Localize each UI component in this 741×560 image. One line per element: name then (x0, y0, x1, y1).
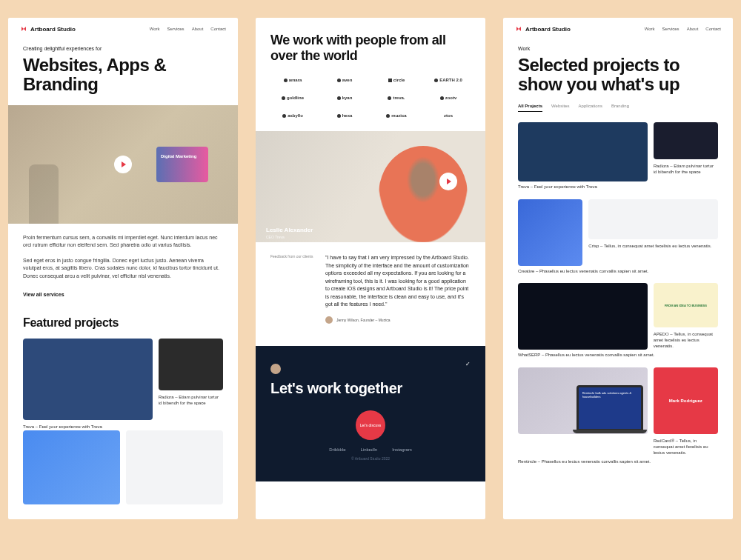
footer-link-instagram[interactable]: Instagram (392, 447, 412, 452)
clients-grid: amara aven circle EARTH 2.0 goldline kya… (256, 75, 485, 131)
nav-services[interactable]: Services (167, 27, 185, 31)
project-tile-radiora[interactable] (654, 122, 718, 159)
project-caption: RedCard® – Tellus, in consequat amet fec… (654, 439, 718, 456)
intro-copy: Proin fermentum cursus sem, a convallis … (8, 234, 238, 288)
client-logo: ztos (426, 113, 471, 118)
tab-websites[interactable]: Websites (551, 104, 570, 112)
tab-branding[interactable]: Branding (611, 104, 629, 112)
logo[interactable]: Artboard Studio (515, 25, 571, 33)
nav-about[interactable]: About (687, 27, 699, 31)
client-logo: zootv (426, 96, 471, 100)
project-tile-treva[interactable] (23, 339, 153, 420)
play-button[interactable] (114, 156, 132, 173)
logo-icon (20, 25, 27, 33)
project-tile-apedo[interactable]: FROM AN IDEA TO BUSINESS (654, 283, 718, 327)
cta-title: Let's work together (270, 380, 471, 397)
column-about: We work with people from all over the wo… (256, 18, 485, 519)
work-grid: Radiora – Etiam pulvinar tortor id biben… (503, 122, 733, 489)
client-logo: EARTH 2.0 (426, 78, 471, 82)
clients-title: We work with people from all over the wo… (256, 18, 485, 75)
hero-kicker: Creating delightful experiences for (23, 46, 223, 51)
hero-image: Digital Marketing (8, 105, 238, 224)
column-work: Artboard Studio Work Services About Cont… (503, 18, 733, 519)
tab-applications[interactable]: Applications (579, 104, 602, 112)
project-tile-treva[interactable] (518, 122, 648, 181)
work-kicker: Work (518, 46, 718, 51)
cta-section: ✓ Let's work together Let's discuss Drib… (256, 346, 485, 481)
project-caption: Crisp – Tellus, in consequat amet feceli… (588, 244, 718, 250)
project-caption: Creative – Phasellus eu lectus venenatis… (518, 269, 718, 275)
nav-work[interactable]: Work (150, 27, 160, 31)
project-caption: Radiora – Etiam pulvinar tortor id biben… (159, 395, 223, 407)
filter-tabs: All Projects Websites Applications Brand… (503, 104, 733, 112)
project-tile-creative[interactable] (23, 430, 120, 504)
project-tile-redcard[interactable]: Mark Rodriguez (654, 367, 718, 434)
quote-meta: Feedback from our clients (270, 254, 315, 324)
nav-about[interactable]: About (192, 27, 204, 31)
project-caption: WhatSERP – Phasellus eu lectus venenatis… (518, 353, 718, 359)
project-caption: APEDO – Tellus, in consequat amet feceli… (654, 332, 718, 349)
laptop-icon: Rentincle bulk ads solutions agents & ho… (576, 385, 643, 431)
laptop-text: Rentincle bulk ads solutions agents & ho… (579, 387, 641, 404)
hero-slide: Digital Marketing (156, 147, 208, 182)
testimonial-role: CEO Treva (266, 235, 285, 239)
quote-author: Jenny Wilson, Founder – Muzica (325, 316, 471, 324)
testimonial-person-photo (379, 146, 468, 242)
nav-services[interactable]: Services (662, 27, 679, 31)
view-all-services-link[interactable]: View all services (8, 292, 238, 297)
logo-icon (515, 25, 522, 33)
project-caption: Treva – Feel your experience with Treva (23, 424, 153, 430)
featured-grid-2 (8, 430, 238, 519)
nav-work[interactable]: Work (645, 27, 655, 31)
footer-links: Dribbble LinkedIn Instagram (270, 447, 471, 452)
hero-slide-label: Digital Marketing (156, 147, 208, 166)
client-logo: goldline (270, 96, 315, 100)
client-logo: treva. (374, 96, 419, 100)
featured-title: Featured projects (8, 316, 238, 330)
hero-title: Websites, Apps & Branding (23, 56, 223, 95)
project-tile-crisp[interactable] (588, 199, 718, 239)
project-tile-radiora[interactable] (159, 339, 223, 390)
footer-link-linkedin[interactable]: LinkedIn (360, 447, 377, 452)
main-nav: Work Services About Contact (645, 27, 721, 31)
copyright: © Artboard Studio 2022 (270, 456, 471, 461)
logo[interactable]: Artboard Studio (20, 25, 76, 33)
tile-text: FROM AN IDEA TO BUSINESS (665, 304, 707, 307)
client-logo: circle (374, 78, 419, 82)
cta-button[interactable]: Let's discuss (356, 410, 385, 440)
footer-link-dribbble[interactable]: Dribbble (329, 447, 345, 452)
intro-p2: Sed eget eros in justo congue fringilla.… (23, 257, 223, 281)
avatar (270, 364, 281, 374)
project-caption: Rentincle – Phasellus eu lectus venenati… (518, 459, 718, 465)
project-tile-crisp[interactable] (126, 430, 223, 504)
checkmark-icon: ✓ (465, 361, 471, 367)
intro-p1: Proin fermentum cursus sem, a convallis … (23, 234, 223, 250)
nav-contact[interactable]: Contact (705, 27, 721, 31)
main-nav: Work Services About Contact (150, 27, 226, 31)
client-logo: amara (270, 78, 315, 82)
project-caption: Radiora – Etiam pulvinar tortor id biben… (654, 164, 718, 176)
testimonial-video: Leslie Alexander CEO Treva (256, 131, 485, 242)
project-tile-rentincle[interactable]: Rentincle bulk ads solutions agents & ho… (518, 367, 648, 434)
client-logo: aven (322, 78, 367, 82)
client-logo: kyan (322, 96, 367, 100)
project-tile-whatserp[interactable] (518, 283, 648, 350)
tile-text: Mark Rodriguez (669, 399, 702, 403)
work-title: Selected projects to show you what's up (518, 56, 718, 95)
logo-text: Artboard Studio (525, 26, 571, 33)
avatar (325, 316, 333, 324)
column-home: Artboard Studio Work Services About Cont… (8, 18, 238, 519)
site-header: Artboard Studio Work Services About Cont… (503, 18, 733, 40)
quote-block: Feedback from our clients "I have to say… (256, 242, 485, 336)
quote-text: "I have to say that I am very impressed … (325, 254, 471, 309)
nav-contact[interactable]: Contact (210, 27, 226, 31)
tab-all[interactable]: All Projects (518, 104, 542, 112)
site-header: Artboard Studio Work Services About Cont… (8, 18, 238, 40)
logo-text: Artboard Studio (30, 26, 76, 33)
client-logo: hexa (322, 113, 367, 118)
client-logo: asbyllo (270, 113, 315, 118)
testimonial-name: Leslie Alexander (266, 227, 313, 233)
project-caption: Treva – Feel your experience with Treva (518, 184, 718, 190)
project-tile-creative[interactable] (518, 199, 582, 266)
featured-grid: Treva – Feel your experience with Treva … (8, 339, 238, 430)
